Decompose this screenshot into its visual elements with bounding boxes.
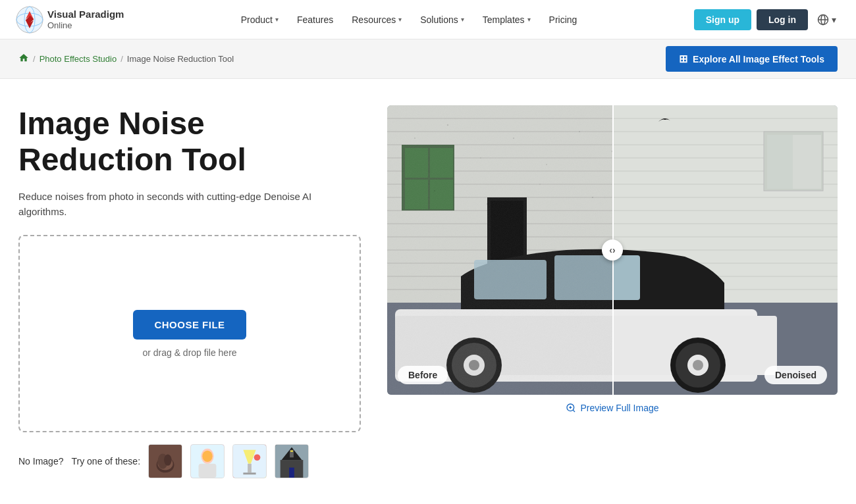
logo-text: Visual Paradigm Online <box>47 9 124 31</box>
logo-icon <box>16 6 43 34</box>
svg-line-129 <box>574 410 575 412</box>
svg-point-69 <box>480 157 481 159</box>
svg-point-67 <box>414 138 415 139</box>
upload-area[interactable]: CHOOSE FILE or drag & drop file here <box>18 235 361 432</box>
sample-thumb-portrait[interactable] <box>190 444 225 478</box>
try-label: Try one of these: <box>71 456 140 466</box>
nav-menu: Product ▾ Features Resources ▾ Solutions… <box>233 9 585 30</box>
left-panel: Image Noise Reduction Tool Reduce noises… <box>18 105 361 478</box>
after-label: Denoised <box>764 366 827 384</box>
svg-point-17 <box>202 451 212 462</box>
svg-rect-28 <box>289 468 294 478</box>
breadcrumb-home-link[interactable] <box>18 53 29 65</box>
svg-point-80 <box>487 203 488 205</box>
nav-product[interactable]: Product ▾ <box>233 9 286 30</box>
breadcrumb-sep1: / <box>33 54 36 64</box>
breadcrumb-current: Image Noise Reduction Tool <box>127 54 234 64</box>
resources-caret: ▾ <box>398 16 402 23</box>
compare-handle[interactable]: ‹› <box>602 239 623 261</box>
svg-point-13 <box>164 455 172 466</box>
svg-rect-27 <box>290 451 293 452</box>
svg-rect-20 <box>248 464 252 472</box>
before-label: Before <box>398 366 448 384</box>
breadcrumb-sep2: / <box>120 54 123 64</box>
svg-point-70 <box>513 138 514 139</box>
nav-solutions[interactable]: Solutions ▾ <box>412 9 472 30</box>
svg-point-127 <box>693 360 703 370</box>
svg-point-68 <box>447 124 448 126</box>
main-content: Image Noise Reduction Tool Reduce noises… <box>0 79 856 491</box>
nav-logo-area: Visual Paradigm Online <box>16 6 124 34</box>
svg-point-79 <box>434 190 435 191</box>
breadcrumb: / Photo Effects Studio / Image Noise Red… <box>18 53 234 65</box>
nav-pricing[interactable]: Pricing <box>541 9 585 30</box>
nav-resources[interactable]: Resources ▾ <box>344 9 410 30</box>
breadcrumb-photo-studio-link[interactable]: Photo Effects Studio <box>40 54 117 64</box>
breadcrumb-bar: / Photo Effects Studio / Image Noise Red… <box>0 39 856 79</box>
login-button[interactable]: Log in <box>757 9 808 30</box>
svg-point-22 <box>254 455 261 461</box>
sample-thumb-cocktail[interactable] <box>232 444 267 478</box>
nav-templates[interactable]: Templates ▾ <box>475 9 539 30</box>
svg-rect-113 <box>767 135 793 189</box>
page-description: Reduce noises from photo in seconds with… <box>18 189 361 219</box>
svg-point-81 <box>539 184 541 185</box>
navbar: Visual Paradigm Online Product ▾ Feature… <box>0 0 856 39</box>
language-caret: ▾ <box>832 14 836 25</box>
no-image-label: No Image? <box>18 456 63 466</box>
sample-thumb-stone[interactable] <box>148 444 182 478</box>
preview-link[interactable]: Preview Full Image <box>387 403 838 413</box>
image-compare-wrapper: ‹› Before Denoised <box>387 105 838 395</box>
compare-canvas: ‹› Before Denoised <box>387 105 838 395</box>
templates-caret: ▾ <box>527 16 531 23</box>
svg-rect-21 <box>243 473 255 475</box>
page-title: Image Noise Reduction Tool <box>18 105 361 178</box>
nav-actions: Sign up Log in ▾ <box>694 9 840 30</box>
search-icon <box>566 403 576 413</box>
right-panel: ‹› Before Denoised Preview Full Image <box>387 105 838 478</box>
product-caret: ▾ <box>275 16 279 23</box>
sample-images-row: No Image? Try one of these: <box>18 444 361 478</box>
nav-features[interactable]: Features <box>289 9 341 30</box>
svg-point-72 <box>579 131 580 132</box>
svg-point-71 <box>546 164 547 165</box>
svg-point-82 <box>592 197 593 198</box>
choose-file-button[interactable]: CHOOSE FILE <box>133 310 246 340</box>
svg-rect-16 <box>199 464 217 478</box>
sample-thumb-church[interactable] <box>275 444 309 478</box>
signup-button[interactable]: Sign up <box>694 9 751 30</box>
drag-drop-text: or drag & drop file here <box>142 347 236 358</box>
explore-button[interactable]: ⊞ Explore All Image Effect Tools <box>666 46 838 72</box>
solutions-caret: ▾ <box>461 16 464 23</box>
grid-icon: ⊞ <box>679 53 687 65</box>
language-selector[interactable]: ▾ <box>813 11 840 28</box>
